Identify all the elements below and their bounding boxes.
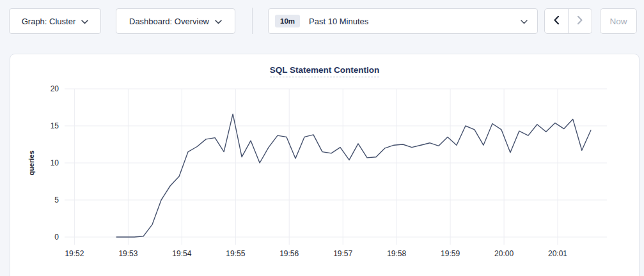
svg-text:queries: queries — [27, 150, 35, 175]
time-range-badge: 10m — [275, 15, 300, 27]
dashboard-dropdown-label: Dashboard: Overview — [129, 17, 209, 26]
now-button[interactable]: Now — [600, 8, 637, 34]
chevron-down-icon — [215, 17, 222, 26]
toolbar-divider — [252, 8, 253, 34]
svg-text:19:57: 19:57 — [333, 249, 352, 258]
svg-text:20:00: 20:00 — [494, 249, 514, 258]
chevron-down-icon — [81, 17, 88, 26]
time-forward-button[interactable] — [569, 9, 592, 33]
time-back-button[interactable] — [545, 9, 569, 33]
svg-text:20:01: 20:01 — [548, 249, 567, 258]
svg-text:19:56: 19:56 — [279, 249, 299, 258]
dashboard-dropdown[interactable]: Dashboard: Overview — [116, 8, 235, 34]
graph-dropdown[interactable]: Graph: Cluster — [9, 8, 101, 34]
svg-text:19:52: 19:52 — [65, 249, 84, 258]
svg-text:19:58: 19:58 — [387, 249, 406, 258]
svg-text:19:54: 19:54 — [172, 249, 191, 258]
svg-text:19:53: 19:53 — [118, 249, 137, 258]
chart-title[interactable]: SQL Statement Contention — [270, 65, 380, 77]
chart-panel: 0510152019:5219:5319:5419:5519:5619:5719… — [10, 54, 640, 276]
chart-title-row: SQL Statement Contention — [10, 64, 639, 77]
chevron-down-icon — [521, 17, 528, 26]
svg-text:15: 15 — [51, 121, 59, 130]
time-window-pager — [544, 8, 592, 34]
svg-text:5: 5 — [54, 195, 59, 204]
time-range-dropdown[interactable]: 10m Past 10 Minutes — [268, 8, 538, 34]
svg-text:19:59: 19:59 — [441, 249, 460, 258]
graph-dropdown-label: Graph: Cluster — [22, 17, 76, 26]
line-chart[interactable]: 0510152019:5219:5319:5419:5519:5619:5719… — [10, 54, 639, 276]
svg-text:20: 20 — [51, 84, 59, 93]
chevron-right-icon — [577, 15, 583, 27]
metrics-toolbar: Graph: Cluster Dashboard: Overview 10m P… — [0, 0, 644, 45]
svg-text:10: 10 — [51, 158, 59, 167]
sql-contention-chart-svg: 0510152019:5219:5319:5419:5519:5619:5719… — [10, 54, 639, 276]
svg-text:19:55: 19:55 — [226, 249, 245, 258]
chevron-left-icon — [553, 15, 560, 27]
time-range-label: Past 10 Minutes — [309, 17, 368, 26]
svg-text:0: 0 — [54, 233, 59, 241]
